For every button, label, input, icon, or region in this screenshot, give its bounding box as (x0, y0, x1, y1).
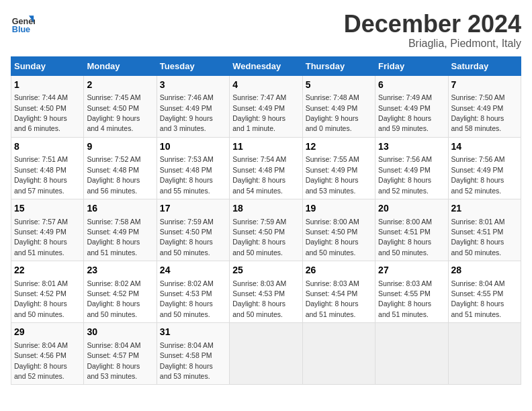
calendar-cell-19: 19Sunrise: 8:00 AMSunset: 4:50 PMDayligh… (302, 199, 375, 261)
calendar-cell-12: 12Sunrise: 7:55 AMSunset: 4:49 PMDayligh… (302, 137, 375, 199)
calendar-cell-empty (230, 323, 302, 385)
calendar-cell-23: 23Sunrise: 8:02 AMSunset: 4:52 PMDayligh… (84, 261, 157, 323)
calendar-cell-13: 13Sunrise: 7:56 AMSunset: 4:49 PMDayligh… (375, 137, 448, 199)
calendar-cell-10: 10Sunrise: 7:53 AMSunset: 4:48 PMDayligh… (157, 137, 229, 199)
calendar-cell-11: 11Sunrise: 7:54 AMSunset: 4:48 PMDayligh… (230, 137, 302, 199)
header: General Blue December 2024 Briaglia, Pie… (11, 11, 521, 50)
header-day-saturday: Saturday (448, 56, 521, 75)
header-day-tuesday: Tuesday (157, 56, 229, 75)
calendar-cell-25: 25Sunrise: 8:03 AMSunset: 4:53 PMDayligh… (230, 261, 302, 323)
calendar-cell-empty (302, 323, 375, 385)
calendar-cell-5: 5Sunrise: 7:48 AMSunset: 4:49 PMDaylight… (302, 75, 375, 137)
header-day-wednesday: Wednesday (230, 56, 302, 75)
header-day-monday: Monday (84, 56, 157, 75)
calendar-cell-17: 17Sunrise: 7:59 AMSunset: 4:50 PMDayligh… (157, 199, 229, 261)
calendar-body: 1Sunrise: 7:44 AMSunset: 4:50 PMDaylight… (11, 75, 521, 385)
header-row: SundayMondayTuesdayWednesdayThursdayFrid… (11, 56, 521, 75)
calendar-header: SundayMondayTuesdayWednesdayThursdayFrid… (11, 56, 521, 75)
calendar-cell-18: 18Sunrise: 7:59 AMSunset: 4:50 PMDayligh… (230, 199, 302, 261)
calendar-cell-14: 14Sunrise: 7:56 AMSunset: 4:49 PMDayligh… (448, 137, 521, 199)
calendar-cell-4: 4Sunrise: 7:47 AMSunset: 4:49 PMDaylight… (230, 75, 302, 137)
calendar-cell-1: 1Sunrise: 7:44 AMSunset: 4:50 PMDaylight… (11, 75, 84, 137)
calendar-table: SundayMondayTuesdayWednesdayThursdayFrid… (11, 56, 521, 385)
header-day-thursday: Thursday (302, 56, 375, 75)
calendar-cell-9: 9Sunrise: 7:52 AMSunset: 4:48 PMDaylight… (84, 137, 157, 199)
calendar-cell-30: 30Sunrise: 8:04 AMSunset: 4:57 PMDayligh… (84, 323, 157, 385)
calendar-cell-22: 22Sunrise: 8:01 AMSunset: 4:52 PMDayligh… (11, 261, 84, 323)
svg-text:Blue: Blue (12, 25, 30, 34)
calendar-cell-21: 21Sunrise: 8:01 AMSunset: 4:51 PMDayligh… (448, 199, 521, 261)
calendar-week-4: 22Sunrise: 8:01 AMSunset: 4:52 PMDayligh… (11, 261, 521, 323)
calendar-week-5: 29Sunrise: 8:04 AMSunset: 4:56 PMDayligh… (11, 323, 521, 385)
calendar-cell-16: 16Sunrise: 7:58 AMSunset: 4:49 PMDayligh… (84, 199, 157, 261)
calendar-cell-29: 29Sunrise: 8:04 AMSunset: 4:56 PMDayligh… (11, 323, 84, 385)
calendar-cell-3: 3Sunrise: 7:46 AMSunset: 4:49 PMDaylight… (157, 75, 229, 137)
title-area: December 2024 Briaglia, Piedmont, Italy (344, 11, 521, 50)
calendar-cell-15: 15Sunrise: 7:57 AMSunset: 4:49 PMDayligh… (11, 199, 84, 261)
header-day-sunday: Sunday (11, 56, 84, 75)
calendar-cell-26: 26Sunrise: 8:03 AMSunset: 4:54 PMDayligh… (302, 261, 375, 323)
logo: General Blue (11, 11, 35, 35)
logo-icon: General Blue (11, 11, 35, 35)
month-title: December 2024 (344, 11, 521, 38)
calendar-week-2: 8Sunrise: 7:51 AMSunset: 4:48 PMDaylight… (11, 137, 521, 199)
calendar-cell-27: 27Sunrise: 8:03 AMSunset: 4:55 PMDayligh… (375, 261, 448, 323)
calendar-cell-8: 8Sunrise: 7:51 AMSunset: 4:48 PMDaylight… (11, 137, 84, 199)
calendar-cell-28: 28Sunrise: 8:04 AMSunset: 4:55 PMDayligh… (448, 261, 521, 323)
calendar-cell-2: 2Sunrise: 7:45 AMSunset: 4:50 PMDaylight… (84, 75, 157, 137)
calendar-cell-20: 20Sunrise: 8:00 AMSunset: 4:51 PMDayligh… (375, 199, 448, 261)
calendar-cell-empty (375, 323, 448, 385)
header-day-friday: Friday (375, 56, 448, 75)
calendar-cell-24: 24Sunrise: 8:02 AMSunset: 4:53 PMDayligh… (157, 261, 229, 323)
calendar-week-3: 15Sunrise: 7:57 AMSunset: 4:49 PMDayligh… (11, 199, 521, 261)
calendar-cell-empty (448, 323, 521, 385)
calendar-cell-31: 31Sunrise: 8:04 AMSunset: 4:58 PMDayligh… (157, 323, 229, 385)
location-subtitle: Briaglia, Piedmont, Italy (344, 38, 521, 50)
calendar-week-1: 1Sunrise: 7:44 AMSunset: 4:50 PMDaylight… (11, 75, 521, 137)
calendar-cell-6: 6Sunrise: 7:49 AMSunset: 4:49 PMDaylight… (375, 75, 448, 137)
calendar-cell-7: 7Sunrise: 7:50 AMSunset: 4:49 PMDaylight… (448, 75, 521, 137)
